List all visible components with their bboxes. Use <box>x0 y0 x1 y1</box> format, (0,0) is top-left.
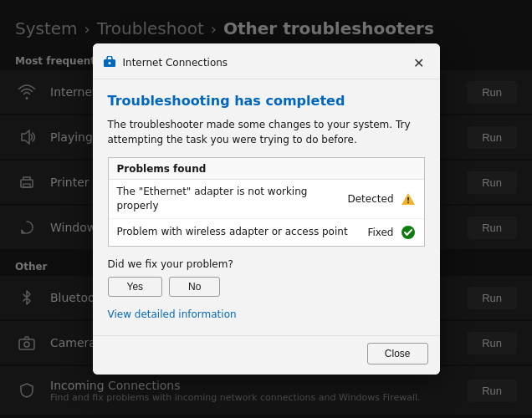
dialog-title-icon <box>103 56 116 69</box>
problem-ethernet-status: Detected <box>347 193 393 205</box>
dialog-heading: Troubleshooting has completed <box>108 93 425 109</box>
close-button[interactable]: Close <box>367 343 428 364</box>
dialog-footer: Close <box>93 335 440 375</box>
problem-row-wireless: Problem with wireless adapter or access … <box>109 219 424 246</box>
dialog-overlay: Internet Connections ✕ Troubleshooting h… <box>0 0 532 418</box>
fixed-icon <box>401 225 416 240</box>
warning-icon: ! <box>401 191 416 206</box>
dialog-close-x-btn[interactable]: ✕ <box>408 52 430 74</box>
fix-question: Did we fix your problem? <box>108 258 425 270</box>
problem-ethernet-desc: The "Ethernet" adapter is not working pr… <box>117 185 348 213</box>
dialog-desc: The troubleshooter made some changes to … <box>108 117 425 147</box>
fix-buttons: Yes No <box>108 277 425 297</box>
dialog-title-text: Internet Connections <box>123 57 408 69</box>
problem-row-ethernet: The "Ethernet" adapter is not working pr… <box>109 180 424 219</box>
detail-link[interactable]: View detailed information <box>108 308 237 320</box>
yes-btn[interactable]: Yes <box>108 277 163 297</box>
svg-text:!: ! <box>406 196 409 205</box>
dialog: Internet Connections ✕ Troubleshooting h… <box>93 43 440 375</box>
no-btn[interactable]: No <box>169 277 220 297</box>
dialog-titlebar: Internet Connections ✕ <box>93 43 440 79</box>
problems-header: Problems found <box>109 158 424 180</box>
svg-point-6 <box>108 62 110 64</box>
problems-box: Problems found The "Ethernet" adapter is… <box>108 157 425 247</box>
problem-wireless-status: Fixed <box>367 227 393 238</box>
dialog-body: Troubleshooting has completed The troubl… <box>93 79 440 335</box>
problem-wireless-desc: Problem with wireless adapter or access … <box>117 225 368 239</box>
